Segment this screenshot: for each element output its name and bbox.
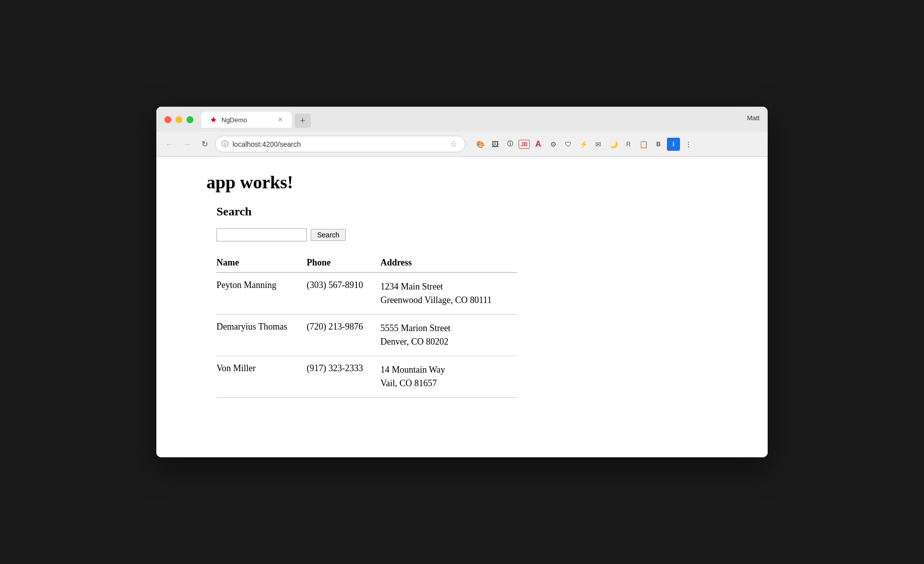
cell-address-2: 14 Mountain Way Vail, CO 81657 <box>380 356 517 398</box>
close-button[interactable] <box>164 116 171 123</box>
extension-icon-2[interactable]: 🖼 <box>489 138 502 151</box>
extension-icon-r[interactable]: R <box>622 138 635 151</box>
tab-close-button[interactable]: × <box>277 116 284 124</box>
extension-icon-gear[interactable]: ⚙ <box>547 138 560 151</box>
address-line1-1: 5555 Marion Street <box>380 322 509 335</box>
extension-icon-mail[interactable]: ✉ <box>592 138 605 151</box>
title-bar-top: NgDemo × + Matt <box>164 112 760 128</box>
info-icon: ⓘ <box>221 140 228 149</box>
extension-icon-3[interactable]: ⓘ <box>504 138 517 151</box>
extension-icon-clipboard[interactable]: 📋 <box>637 138 650 151</box>
search-form: Search <box>216 228 718 241</box>
page-content: app works! Search Search Name Phone Addr… <box>156 157 768 457</box>
back-icon: ← <box>165 140 173 148</box>
table-row: Peyton Manning (303) 567-8910 1234 Main … <box>216 272 517 315</box>
active-tab[interactable]: NgDemo × <box>201 112 292 128</box>
col-header-address: Address <box>380 253 517 272</box>
bookmark-button[interactable]: ☆ <box>448 138 459 150</box>
cell-name-2: Von Miller <box>216 356 307 398</box>
more-button[interactable]: ⋮ <box>682 138 695 151</box>
refresh-button[interactable]: ↻ <box>198 138 211 150</box>
extension-icon-moon[interactable]: 🌙 <box>607 138 620 151</box>
cell-address-1: 5555 Marion Street Denver, CO 80202 <box>380 315 517 356</box>
address-line2-1: Denver, CO 80202 <box>380 335 509 349</box>
search-heading: Search <box>216 205 718 218</box>
window-controls <box>164 116 193 123</box>
extension-icon-shield[interactable]: 🛡 <box>562 138 575 151</box>
address-bar[interactable]: ⓘ localhost:4200/search ☆ <box>215 136 466 152</box>
extension-icon-info[interactable]: i <box>667 138 680 151</box>
svg-marker-0 <box>211 117 216 122</box>
url-text: localhost:4200/search <box>233 140 444 148</box>
tab-title: NgDemo <box>221 116 247 124</box>
user-name: Matt <box>747 114 760 126</box>
minimize-button[interactable] <box>175 116 182 123</box>
extension-icon-bolt[interactable]: ⚡ <box>577 138 590 151</box>
title-bar: NgDemo × + Matt <box>156 107 768 132</box>
maximize-button[interactable] <box>186 116 193 123</box>
refresh-icon: ↻ <box>201 140 208 148</box>
browser-window: NgDemo × + Matt ← → ↻ ⓘ localhost:4200/s… <box>156 107 768 457</box>
cell-name-1: Demaryius Thomas <box>216 315 307 356</box>
col-header-phone: Phone <box>307 253 380 272</box>
table-row: Demaryius Thomas (720) 213-9876 5555 Mar… <box>216 315 517 356</box>
extension-icon-a[interactable]: A <box>532 138 545 151</box>
search-section: Search Search Name Phone Address Peyton … <box>216 205 718 398</box>
tabs-row: NgDemo × + <box>201 112 311 128</box>
col-header-name: Name <box>216 253 307 272</box>
app-title: app works! <box>206 172 718 193</box>
angular-icon <box>209 116 217 124</box>
cell-phone-2: (917) 323-2333 <box>307 356 380 398</box>
search-button[interactable]: Search <box>311 229 346 241</box>
extension-icon-jb[interactable]: JB <box>519 140 530 149</box>
cell-phone-1: (720) 213-9876 <box>307 315 380 356</box>
extension-icon-b[interactable]: B <box>652 138 665 151</box>
forward-button[interactable]: → <box>180 138 194 150</box>
address-line2-2: Vail, CO 81657 <box>380 377 509 390</box>
table-header-row: Name Phone Address <box>216 253 517 272</box>
results-table: Name Phone Address Peyton Manning (303) … <box>216 253 517 398</box>
nav-bar: ← → ↻ ⓘ localhost:4200/search ☆ 🎨 🖼 ⓘ JB… <box>156 132 768 157</box>
table-row: Von Miller (917) 323-2333 14 Mountain Wa… <box>216 356 517 398</box>
search-input[interactable] <box>216 228 307 241</box>
address-line2-0: Greenwood Village, CO 80111 <box>380 294 509 307</box>
address-line1-0: 1234 Main Street <box>380 280 509 294</box>
address-line1-2: 14 Mountain Way <box>380 363 509 377</box>
cell-phone-0: (303) 567-8910 <box>307 272 380 315</box>
toolbar-icons: 🎨 🖼 ⓘ JB A ⚙ 🛡 ⚡ ✉ 🌙 R 📋 B i ⋮ <box>474 138 695 151</box>
cell-name-0: Peyton Manning <box>216 272 307 315</box>
new-tab-button[interactable]: + <box>295 114 311 128</box>
back-button[interactable]: ← <box>162 138 176 150</box>
forward-icon: → <box>183 140 191 148</box>
extension-icon-1[interactable]: 🎨 <box>474 138 487 151</box>
cell-address-0: 1234 Main Street Greenwood Village, CO 8… <box>380 272 517 315</box>
